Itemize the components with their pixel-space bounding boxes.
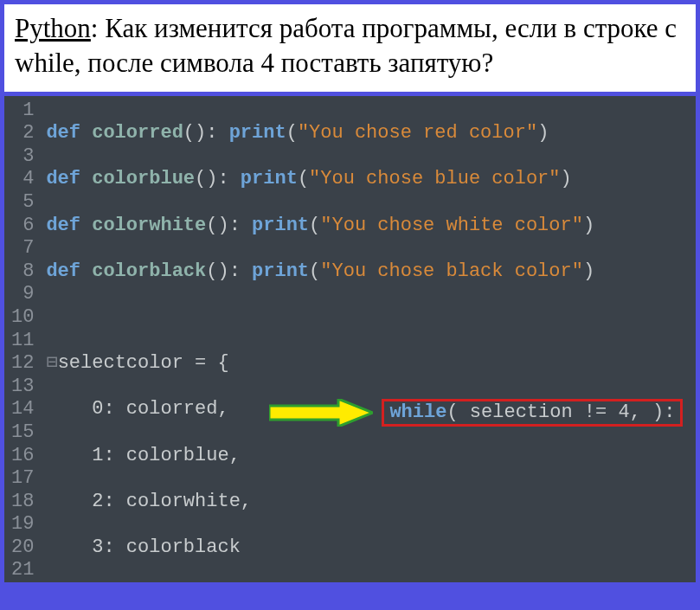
line-number: 17 <box>11 467 34 491</box>
line-number: 19 <box>11 513 34 536</box>
code-line: 2: colorwhite, <box>46 491 696 514</box>
code-line: def colorblue(): print("You chose blue c… <box>46 168 696 191</box>
highlighted-code: while( selection != 4, ): <box>382 399 683 427</box>
code-line: 1: colorblue, <box>46 445 696 468</box>
line-number: 16 <box>11 445 34 468</box>
line-number: 8 <box>11 260 34 284</box>
highlight-rest: ( selection != 4, ): <box>446 401 675 424</box>
line-number: 7 <box>11 237 34 260</box>
line-number: 6 <box>11 215 34 238</box>
line-number: 10 <box>11 306 34 330</box>
line-number: 1 <box>11 100 34 123</box>
line-number: 5 <box>11 191 34 215</box>
line-number: 3 <box>11 145 34 169</box>
question-prefix: Python <box>15 13 91 43</box>
line-number-gutter: 1 2 3 4 5 6 7 8 9 10 11 12 13 14 15 16 1… <box>4 96 42 582</box>
line-number: 9 <box>11 283 34 306</box>
code-line: def colorwhite(): print("You chose white… <box>46 215 696 238</box>
question-body: : Как изменится работа программы, если в… <box>15 13 677 78</box>
line-number: 13 <box>11 376 34 399</box>
line-number: 11 <box>11 330 34 353</box>
code-line: def colorblack(): print("You chose black… <box>46 260 696 284</box>
line-number: 14 <box>11 398 34 421</box>
line-number: 15 <box>11 421 34 445</box>
highlight-keyword: while <box>389 401 446 424</box>
line-number: 4 <box>11 168 34 191</box>
code-line: ⊟selectcolor = { <box>46 352 696 376</box>
line-number: 2 <box>11 122 34 145</box>
line-number: 12 <box>11 352 34 376</box>
code-line: 3: colorblack <box>46 536 696 560</box>
line-number: 18 <box>11 491 34 514</box>
code-line: def colorred(): print("You chose red col… <box>46 122 696 145</box>
question-box: Python: Как изменится работа программы, … <box>4 4 696 92</box>
code-body: def colorred(): print("You chose red col… <box>42 96 696 582</box>
line-number: 21 <box>11 559 34 581</box>
code-line <box>46 306 696 330</box>
line-number: 20 <box>11 536 34 560</box>
code-editor: 1 2 3 4 5 6 7 8 9 10 11 12 13 14 15 16 1… <box>4 96 696 582</box>
